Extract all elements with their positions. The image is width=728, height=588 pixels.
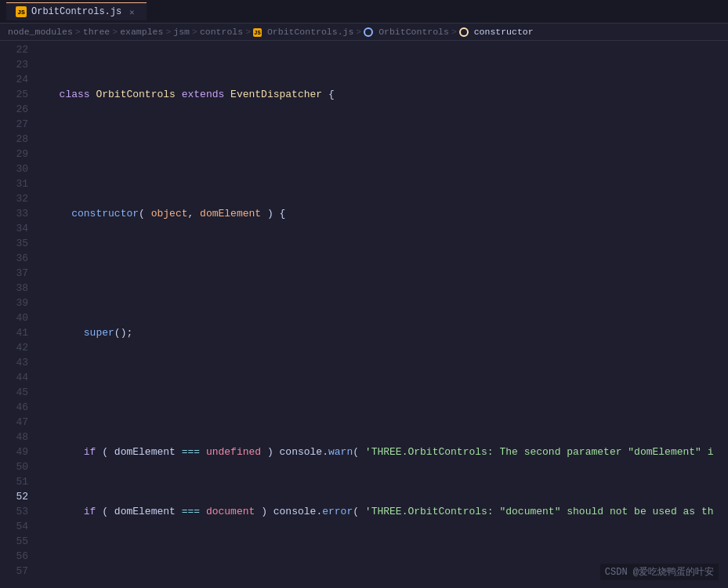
breadcrumb-three: three bbox=[83, 27, 110, 37]
code-line-22: class OrbitControls extends EventDispatc… bbox=[44, 87, 728, 102]
code-line-27 bbox=[44, 385, 728, 400]
breadcrumb-controls: controls bbox=[200, 27, 243, 37]
breadcrumb: node_modules > three > examples > jsm > … bbox=[0, 24, 728, 41]
js-file-icon: JS bbox=[16, 6, 27, 17]
breadcrumb-constructor: constructor bbox=[459, 27, 534, 37]
code-line-23 bbox=[44, 147, 728, 162]
line-numbers: 22 23 24 25 26 27 28 29 30 31 32 33 34 3… bbox=[0, 41, 38, 588]
code-area: 22 23 24 25 26 27 28 29 30 31 32 33 34 3… bbox=[0, 41, 728, 588]
breadcrumb-file: JS OrbitControls.js bbox=[253, 27, 353, 38]
breadcrumb-jsm: jsm bbox=[173, 27, 190, 37]
breadcrumb-class: OrbitControls bbox=[364, 27, 449, 37]
file-tab[interactable]: JS OrbitControls.js ✕ bbox=[6, 2, 147, 20]
watermark: CSDN @爱吃烧鸭蛋的叶安 bbox=[600, 564, 719, 580]
breadcrumb-node-modules: node_modules bbox=[8, 27, 73, 37]
code-line-28: if ( domElement === undefined ) console.… bbox=[44, 445, 728, 459]
breadcrumb-examples: examples bbox=[120, 27, 163, 37]
code-line-26: super(); bbox=[44, 325, 728, 340]
tab-label: OrbitControls.js bbox=[31, 6, 121, 17]
code-line-25 bbox=[44, 266, 728, 281]
tab-close-button[interactable]: ✕ bbox=[126, 6, 137, 17]
title-bar: JS OrbitControls.js ✕ bbox=[0, 0, 728, 24]
code-line-29: if ( domElement === document ) console.e… bbox=[44, 504, 728, 519]
code-line-24: constructor( object, domElement ) { bbox=[44, 206, 728, 221]
code-content[interactable]: class OrbitControls extends EventDispatc… bbox=[38, 41, 728, 588]
